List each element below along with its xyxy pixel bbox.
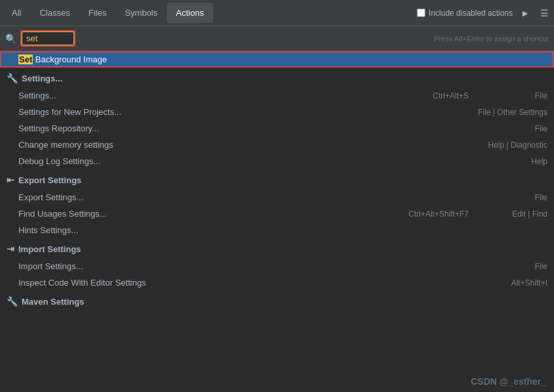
item-category-settings-repository: File [469,124,547,133]
item-category-debug-log: Help [469,157,547,166]
list-item-export-settings[interactable]: Export Settings... File [0,189,554,206]
item-name-hints-settings: Hints Settings... [18,225,547,235]
group-label-maven-settings: Maven Settings [22,297,84,307]
item-shortcut-inspect-code: Alt+Shift+I [511,278,547,288]
item-name-find-usages-settings: Find Usages Settings... [18,209,400,219]
item-name-import-settings: Import Settings... [18,261,469,271]
item-name-settings-repository: Settings Repository... [18,123,469,133]
wrench-icon: 🔧 [7,73,18,83]
top-nav: All Classes Files Symbols Actions Includ… [0,0,554,26]
item-category-import-settings: File [469,262,547,271]
item-category-settings-ctrl: File [469,91,547,100]
list-item-debug-log[interactable]: Debug Log Settings... Help [0,153,554,169]
search-icon: 🔍 [5,33,16,44]
tab-actions[interactable]: Actions [167,3,213,23]
item-shortcut-find-usages-settings: Ctrl+Alt+Shift+F7 [408,209,469,219]
results-list[interactable]: Set Background Image 🔧 Settings... Setti… [0,51,554,392]
list-item-find-usages-settings[interactable]: Find Usages Settings... Ctrl+Alt+Shift+F… [0,206,554,222]
tab-files[interactable]: Files [79,3,116,23]
item-category-export-settings: File [469,193,547,202]
group-header-import-settings: ⇥ Import Settings [0,240,554,258]
group-header-maven-settings: 🔧 Maven Settings [0,292,554,311]
item-name-set-background: Set Background Image [18,54,547,64]
tab-symbols[interactable]: Symbols [116,3,167,23]
forward-icon[interactable]: ► [518,7,532,20]
item-name-inspect-code: Inspect Code With Editor Settings [18,278,503,288]
list-item-settings-ctrl[interactable]: Settings... Ctrl+Alt+S File [0,87,554,104]
import-icon: ⇥ [7,244,14,254]
tab-classes[interactable]: Classes [30,3,79,23]
item-category-settings-new-projects: File | Other Settings [469,108,547,117]
item-name-change-memory: Change memory settings [18,140,469,150]
list-item-hints-settings[interactable]: Hints Settings... [0,222,554,238]
list-item-settings-repository[interactable]: Settings Repository... File [0,120,554,137]
search-input[interactable] [22,32,74,45]
group-label-import-settings: Import Settings [18,244,81,254]
include-disabled-text: Include disabled actions [429,9,513,18]
group-label-settings: Settings... [22,74,62,83]
item-shortcut-settings-ctrl: Ctrl+Alt+S [433,91,469,100]
list-item-change-memory[interactable]: Change memory settings Help | Diagnostic [0,137,554,153]
group-header-export-settings: ⇤ Export Settings [0,171,554,189]
nav-right: Include disabled actions ► ☰ [417,7,551,20]
search-input-wrap [20,30,75,47]
include-disabled-checkbox[interactable] [417,9,425,17]
list-item-import-settings[interactable]: Import Settings... File [0,258,554,274]
tab-all[interactable]: All [3,3,30,23]
item-name-debug-log: Debug Log Settings... [18,156,469,166]
export-icon: ⇤ [7,175,14,185]
settings-icon[interactable]: ☰ [538,7,551,20]
item-name-settings-ctrl: Settings... [18,91,425,100]
list-item-inspect-code[interactable]: Inspect Code With Editor Settings Alt+Sh… [0,274,554,291]
item-category-find-usages-settings: Edit | Find [469,209,547,219]
group-label-export-settings: Export Settings [18,175,81,185]
search-hint: Press Alt+Enter to assign a shortcut [434,35,549,43]
item-category-change-memory: Help | Diagnostic [469,141,547,150]
search-bar: 🔍 Press Alt+Enter to assign a shortcut [0,26,554,51]
group-header-settings: 🔧 Settings... [0,69,554,87]
include-disabled-label[interactable]: Include disabled actions [417,9,513,18]
item-name-export-settings: Export Settings... [18,192,469,202]
list-item-set-background[interactable]: Set Background Image [0,51,554,68]
match-highlight: Set [18,54,33,64]
maven-icon: 🔧 [7,296,18,307]
item-name-settings-new-projects: Settings for New Projects... [18,107,469,117]
list-item-settings-new-projects[interactable]: Settings for New Projects... File | Othe… [0,104,554,120]
